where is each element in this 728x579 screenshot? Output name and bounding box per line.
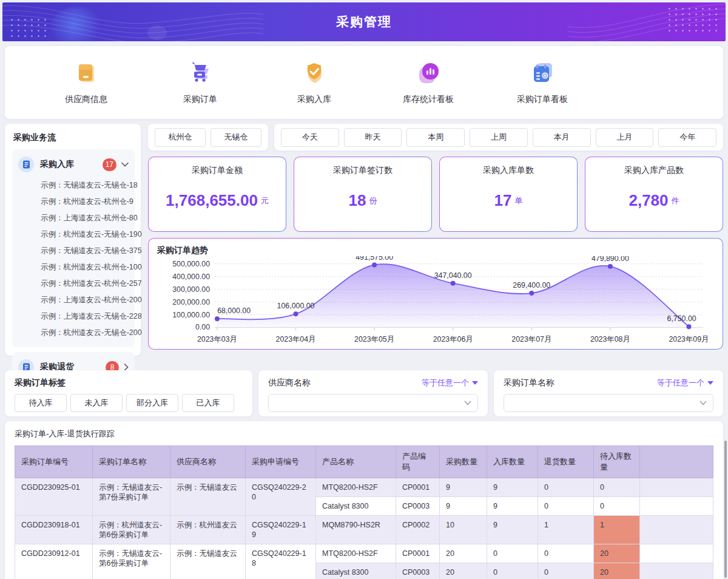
cell-request-number: CGSQ240229-18 bbox=[246, 544, 316, 579]
date-filter-button[interactable]: 本月 bbox=[533, 128, 591, 147]
cell-empty bbox=[640, 563, 713, 579]
date-filter-button[interactable]: 本周 bbox=[406, 128, 465, 147]
supplier-filter-label: 供应商名称 bbox=[268, 378, 311, 388]
table-column-header: 退货数量 bbox=[538, 446, 594, 478]
table-header-row: 采购订单编号采购订单名称供应商名称采购申请编号产品名称产品编码采购数量入库数量退… bbox=[15, 446, 713, 478]
order-name-select[interactable] bbox=[504, 394, 713, 412]
sidebar-group-header[interactable]: 采购入库17 bbox=[12, 153, 135, 176]
warehouse-tabs-card: 杭州仓无锡仓 bbox=[148, 124, 268, 151]
svg-text:269,400.00: 269,400.00 bbox=[513, 281, 550, 290]
date-filter-button[interactable]: 今年 bbox=[658, 128, 716, 147]
page-banner: 采购管理 bbox=[2, 2, 726, 41]
cell-pending-qty: 20 bbox=[594, 544, 640, 563]
warehouse-tab-button[interactable]: 杭州仓 bbox=[155, 128, 206, 147]
cell-request-number: CGSQ240229-19 bbox=[246, 516, 316, 544]
warehouse-tab-button[interactable]: 无锡仓 bbox=[211, 128, 261, 147]
svg-text:491,575.00: 491,575.00 bbox=[356, 256, 393, 262]
cell-pending-qty: 0 bbox=[594, 478, 640, 497]
svg-text:0.00: 0.00 bbox=[195, 323, 210, 332]
svg-text:500,000.00: 500,000.00 bbox=[172, 260, 210, 268]
cell-product-name: Catalyst 8300 bbox=[316, 563, 396, 579]
sidebar-list-item[interactable]: 示例：杭州道友云-无锡仓-200 bbox=[12, 325, 135, 341]
sidebar-list-item[interactable]: 示例：无锡道友云-无锡仓-18 bbox=[12, 177, 135, 194]
chevron-down-icon bbox=[121, 162, 129, 167]
supplier-folder-icon bbox=[73, 60, 99, 88]
svg-text:2023年03月: 2023年03月 bbox=[197, 335, 237, 344]
kpi-value: 17 bbox=[494, 191, 512, 210]
kpi-value-wrap: 17单 bbox=[494, 176, 523, 231]
tracking-table-card: 采购订单-入库-退货执行跟踪 采购订单编号采购订单名称供应商名称采购申请编号产品… bbox=[5, 421, 723, 579]
date-filter-button[interactable]: 上周 bbox=[470, 128, 528, 147]
cell-supplier-name: 示例：杭州道友云 bbox=[170, 516, 246, 544]
cell-product-code: CP0003 bbox=[396, 563, 440, 579]
quick-link-inventory-stats[interactable]: 库存统计看板 bbox=[371, 60, 485, 105]
chevron-down-icon bbox=[464, 401, 471, 405]
quick-link-label: 采购订单 bbox=[183, 94, 217, 105]
table-column-header: 采购订单编号 bbox=[15, 446, 93, 478]
cell-product-code: CP0003 bbox=[396, 497, 440, 516]
cell-request-number: CGSQ240229-20 bbox=[246, 478, 316, 516]
cell-supplier-name: 示例：无锡道友云 bbox=[170, 544, 246, 579]
cell-product-name: MTQ8200-HS2F bbox=[316, 544, 396, 563]
kpi-value-wrap: 1,768,655.00元 bbox=[166, 176, 269, 231]
cell-product-name: MQM8790-HS2R bbox=[316, 516, 396, 544]
order-tags-title: 采购订单标签 bbox=[15, 378, 243, 388]
quick-link-order-board-calendar[interactable]: 采购订单看板 bbox=[485, 60, 599, 105]
quick-link-label: 库存统计看板 bbox=[403, 94, 454, 105]
cell-supplier-name: 示例：无锡道友云 bbox=[170, 478, 246, 516]
sidebar-list-item[interactable]: 示例：杭州道友云-杭州仓-9 bbox=[12, 194, 135, 210]
svg-text:2023年09月: 2023年09月 bbox=[669, 335, 709, 344]
sidebar-list-item[interactable]: 示例：杭州道友云-杭州仓-100 bbox=[12, 259, 135, 276]
order-tag-button[interactable]: 待入库 bbox=[15, 394, 67, 412]
page-title: 采购管理 bbox=[336, 13, 392, 30]
supplier-operator-dropdown[interactable]: 等于任意一个 bbox=[422, 378, 478, 388]
order-name-filter-card: 采购订单名称 等于任意一个 bbox=[494, 370, 723, 416]
quick-link-purchase-cart[interactable]: 采购订单 bbox=[143, 60, 257, 105]
cell-empty bbox=[640, 544, 713, 563]
banner-dot-grid-left bbox=[8, 17, 49, 38]
svg-text:2023年07月: 2023年07月 bbox=[511, 335, 551, 344]
cell-purchase-qty: 9 bbox=[440, 478, 487, 497]
page-vertical-scrollbar[interactable] bbox=[724, 441, 727, 578]
order-operator-dropdown[interactable]: 等于任意一个 bbox=[657, 378, 713, 388]
date-filter-button[interactable]: 上月 bbox=[596, 128, 654, 147]
supplier-select[interactable] bbox=[268, 394, 478, 412]
sidebar-list-item[interactable]: 示例：上海道友云-杭州仓-80 bbox=[12, 210, 135, 226]
cell-product-code: CP0001 bbox=[396, 478, 440, 497]
table-column-header bbox=[640, 446, 713, 478]
table-column-header: 入库数量 bbox=[487, 446, 538, 478]
cell-pending-qty: 20 bbox=[594, 563, 640, 579]
sidebar-list-item[interactable]: 示例：无锡道友云-无锡仓-375 bbox=[12, 243, 135, 259]
quick-link-supplier-folder[interactable]: 供应商信息 bbox=[29, 60, 143, 105]
table-column-header: 产品编码 bbox=[396, 446, 440, 478]
sidebar-group-inbound: 采购入库17示例：无锡道友云-无锡仓-18示例：杭州道友云-杭州仓-9示例：上海… bbox=[12, 149, 135, 347]
kpi-unit: 件 bbox=[672, 195, 679, 206]
sidebar-list-item[interactable]: 示例：上海道友云-无锡仓-228 bbox=[12, 308, 135, 325]
kpi-card: 采购订单金额1,768,655.00元 bbox=[148, 157, 286, 232]
purchase-trend-area-chart: 0.00100,000.00200,000.00300,000.00400,00… bbox=[157, 256, 714, 348]
table-column-header: 待入库数量 bbox=[594, 446, 640, 478]
tracking-table-title: 采购订单-入库-退货执行跟踪 bbox=[15, 428, 713, 439]
svg-text:2023年05月: 2023年05月 bbox=[354, 335, 394, 344]
cell-return-qty: 0 bbox=[538, 563, 594, 579]
order-filter-label: 采购订单名称 bbox=[504, 378, 554, 388]
document-icon bbox=[18, 157, 34, 172]
sidebar-list-item[interactable]: 示例：杭州道友云-无锡仓-190 bbox=[12, 226, 135, 243]
order-tags-filter-card: 采购订单标签 待入库未入库部分入库已入库 bbox=[5, 370, 252, 416]
order-tag-button[interactable]: 部分入库 bbox=[126, 394, 178, 412]
cell-empty bbox=[640, 497, 713, 516]
sidebar-list-item[interactable]: 示例：杭州道友云-杭州仓-257 bbox=[12, 276, 135, 292]
cell-inbound-qty: 0 bbox=[487, 544, 538, 563]
quick-link-inbound-shield[interactable]: 采购入库 bbox=[257, 60, 371, 105]
order-tag-button[interactable]: 已入库 bbox=[182, 394, 234, 412]
cell-empty bbox=[640, 478, 713, 497]
quick-links-card: 供应商信息采购订单采购入库库存统计看板采购订单看板 bbox=[5, 46, 723, 119]
date-filter-button[interactable]: 昨天 bbox=[344, 128, 402, 147]
date-filter-button[interactable]: 今天 bbox=[281, 128, 339, 147]
cell-order-name: 示例：无锡道友云-第6份采购订单 bbox=[93, 544, 170, 579]
cell-product-code: CP0002 bbox=[396, 516, 440, 544]
cell-order-number: CGDD230925-01 bbox=[15, 478, 93, 516]
order-tag-button[interactable]: 未入库 bbox=[70, 394, 123, 412]
sidebar-list-item[interactable]: 示例：上海道友云-杭州仓-200 bbox=[12, 292, 135, 308]
cell-order-number: CGDD230912-01 bbox=[15, 544, 93, 579]
